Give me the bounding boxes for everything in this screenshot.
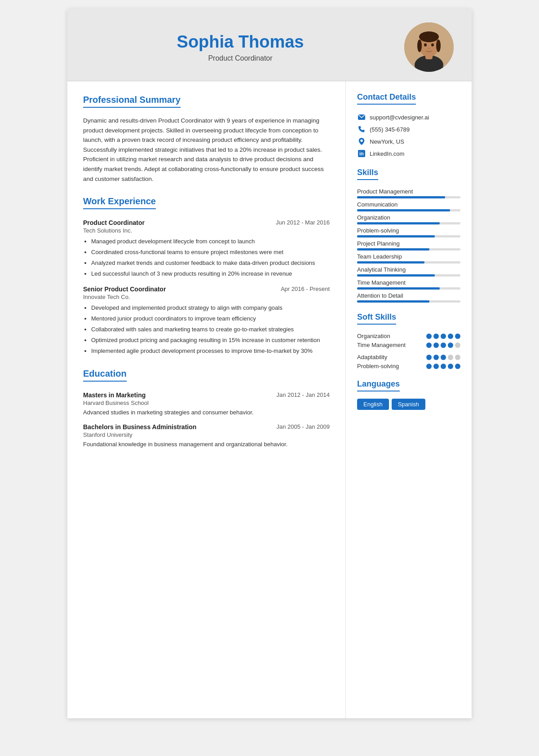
summary-section: Professional Summary Dynamic and results… [83, 95, 330, 184]
job-2-company: Innovate Tech Co. [83, 294, 166, 300]
skill-product-management: Product Management [357, 188, 460, 198]
bullet: Developed and implemented product strate… [91, 303, 330, 313]
bullet: Coordinated cross-functional teams to en… [91, 247, 330, 257]
left-column: Professional Summary Dynamic and results… [67, 81, 346, 718]
email-icon [357, 113, 366, 122]
degree-2: Bachelors in Business Administration Sta… [83, 423, 330, 449]
location-icon [357, 137, 366, 146]
contact-location: NewYork, US [357, 137, 460, 146]
svg-point-11 [360, 140, 362, 142]
summary-text: Dynamic and results-driven Product Coord… [83, 116, 330, 184]
candidate-name: Sophia Thomas [85, 32, 395, 52]
job-2-date: Apr 2016 - Present [281, 286, 330, 292]
contact-linkedin: in LinkedIn.com [357, 149, 460, 158]
bullet: Mentored junior product coordinators to … [91, 314, 330, 324]
work-experience-section: Work Experience Product Coordinator Tech… [83, 196, 330, 356]
skill-project-planning: Project Planning [357, 240, 460, 251]
job-2: Senior Product Coordinator Innovate Tech… [83, 286, 330, 356]
contact-title: Contact Details [357, 92, 416, 105]
degree-2-desc: Foundational knowledge in business manag… [83, 440, 330, 449]
language-tags: English Spanish [357, 399, 460, 410]
svg-point-6 [436, 40, 441, 52]
bullet: Implemented agile product development pr… [91, 346, 330, 356]
degree-1-desc: Advanced studies in marketing strategies… [83, 408, 330, 417]
job-2-title: Senior Product Coordinator [83, 286, 166, 293]
skills-list: Product Management Communication Organiz… [357, 188, 460, 303]
degree-2-school: Stanford University [83, 431, 196, 438]
skill-communication: Communication [357, 201, 460, 211]
languages-section: Languages English Spanish [357, 379, 460, 410]
candidate-photo [404, 22, 454, 72]
language-english: English [357, 399, 389, 410]
svg-point-8 [431, 44, 434, 47]
degree-1-date: Jan 2012 - Jan 2014 [276, 391, 330, 398]
job-2-bullets: Developed and implemented product strate… [83, 303, 330, 356]
education-section: Education Masters in Marketing Harvard B… [83, 369, 330, 448]
work-experience-title: Work Experience [83, 196, 156, 209]
candidate-title: Product Coordinator [85, 54, 395, 62]
svg-point-9 [428, 48, 430, 49]
bullet: Managed product development lifecycle fr… [91, 237, 330, 246]
job-2-header: Senior Product Coordinator Innovate Tech… [83, 286, 330, 300]
language-spanish: Spanish [392, 399, 425, 410]
degree-1: Masters in Marketing Harvard Business Sc… [83, 391, 330, 417]
job-1-bullets: Managed product development lifecycle fr… [83, 237, 330, 279]
bullet: Optimized product pricing and packaging … [91, 335, 330, 345]
phone-icon [357, 125, 366, 134]
soft-skill-adaptability: Adaptability [357, 354, 460, 360]
summary-title: Professional Summary [83, 95, 181, 108]
skills-section: Skills Product Management Communication … [357, 168, 460, 303]
job-1-company: Tech Solutions Inc. [83, 227, 145, 234]
soft-skills-title: Soft Skills [357, 312, 396, 325]
degree-1-school: Harvard Business School [83, 400, 149, 406]
contact-email: support@cvdesigner.ai [357, 113, 460, 122]
svg-text:in: in [359, 151, 364, 156]
contact-phone: (555) 345-6789 [357, 125, 460, 134]
degree-2-name: Bachelors in Business Administration [83, 423, 196, 431]
bullet: Collaborated with sales and marketing te… [91, 325, 330, 334]
resume-container: Sophia Thomas Product Coordinator [67, 9, 472, 718]
soft-skill-problem-solving: Problem-solving [357, 363, 460, 369]
right-column: Contact Details support@cvdesigner.ai (5… [346, 81, 472, 718]
email-text: support@cvdesigner.ai [370, 114, 429, 121]
linkedin-text: LinkedIn.com [370, 150, 404, 157]
bullet: Analyzed market trends and customer feed… [91, 258, 330, 268]
skill-team-leadership: Team Leadership [357, 253, 460, 264]
contact-section: Contact Details support@cvdesigner.ai (5… [357, 92, 460, 158]
linkedin-icon: in [357, 149, 366, 158]
soft-skills-section: Soft Skills Organization [357, 312, 460, 369]
degree-1-header: Masters in Marketing Harvard Business Sc… [83, 391, 330, 406]
svg-point-4 [419, 31, 439, 42]
skill-time-management: Time Management [357, 279, 460, 290]
soft-skill-time-management: Time Management [357, 342, 460, 348]
languages-title: Languages [357, 379, 400, 391]
skill-organization: Organization [357, 214, 460, 224]
skill-analytical-thinking: Analytical Thinking [357, 266, 460, 277]
header-left: Sophia Thomas Product Coordinator [85, 32, 395, 62]
svg-point-5 [417, 40, 422, 52]
skill-problem-solving: Problem-solving [357, 227, 460, 237]
degree-2-header: Bachelors in Business Administration Sta… [83, 423, 330, 438]
job-1-header: Product Coordinator Tech Solutions Inc. … [83, 219, 330, 234]
soft-skills-list: Organization Time Management [357, 333, 460, 369]
skill-attention-to-detail: Attention to Detail [357, 292, 460, 303]
header: Sophia Thomas Product Coordinator [67, 9, 472, 81]
phone-text: (555) 345-6789 [370, 126, 410, 133]
svg-point-7 [424, 44, 427, 47]
soft-skill-organization: Organization [357, 333, 460, 339]
job-1-title: Product Coordinator [83, 219, 145, 226]
location-text: NewYork, US [370, 138, 404, 145]
degree-1-name: Masters in Marketing [83, 391, 149, 399]
main-content: Professional Summary Dynamic and results… [67, 81, 472, 718]
degree-2-date: Jan 2005 - Jan 2009 [276, 423, 330, 430]
education-title: Education [83, 369, 127, 382]
job-1: Product Coordinator Tech Solutions Inc. … [83, 219, 330, 279]
bullet: Led successful launch of 3 new products … [91, 269, 330, 279]
job-1-date: Jun 2012 - Mar 2016 [276, 219, 330, 226]
skills-title: Skills [357, 168, 378, 180]
